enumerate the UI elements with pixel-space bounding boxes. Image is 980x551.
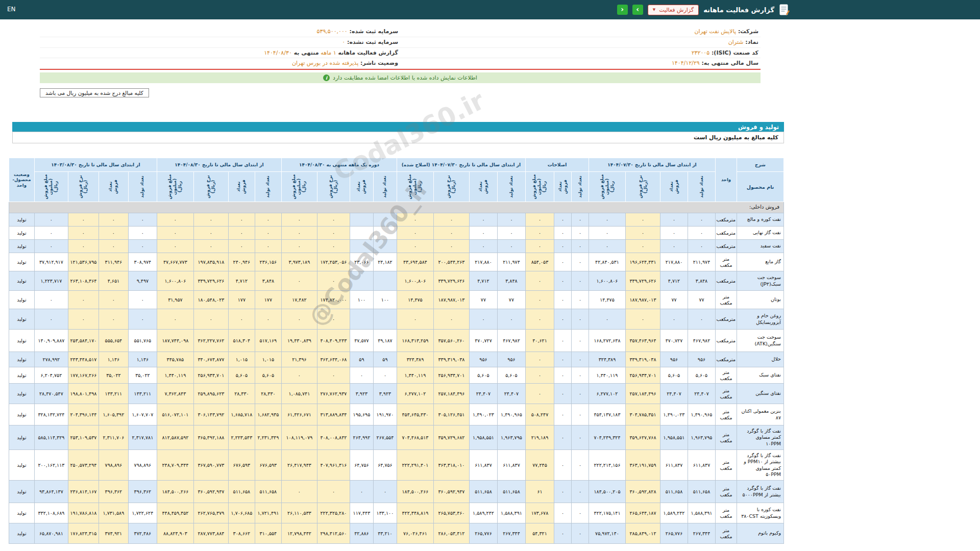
value-cell: ۰ <box>525 309 554 330</box>
value-cell: ۰ <box>554 523 572 544</box>
table-row: نفتای سبکمتر مکعب۵,۶۰۵۵,۶۰۵۲۵۶,۹۳۴,۷۰۱۱,… <box>9 367 783 384</box>
unit-cell: مترمکعب <box>716 309 737 330</box>
value-cell: ۰ <box>589 213 626 227</box>
nav-left-button[interactable]: ‹ <box>617 5 628 15</box>
value-cell: ۱,۶۰۵,۳۹۲ <box>99 404 128 425</box>
value-cell: ۶,۲۰۴,۷۵۲ <box>34 367 68 384</box>
col-subheader: تعداد تولید <box>128 172 157 202</box>
info-value: پذیرفته شده در بورس تهران <box>292 60 358 66</box>
value-cell: ۷۹۸,۸۹۶ <box>99 450 128 481</box>
table-row: نفت سفیدمترمکعب۰۰۰۰۰۰۰۰۰۰۰۰۰۰۰۰۰۰۰۰۰تولی… <box>9 240 783 253</box>
product-name-cell: نفت گاز نهایی <box>737 227 784 240</box>
value-cell: ۴۶۷,۹۸۲ <box>497 330 525 352</box>
value-cell: ۲۲۲,۳۲۵,۲۸۰ <box>317 503 350 523</box>
value-cell: ۰ <box>228 227 255 240</box>
value-cell: ۲۰۴,۳۹۶,۱۴۴ <box>68 404 99 425</box>
info-row: سرمایه ثبت نشده: ۰ <box>40 37 400 48</box>
value-cell: ۲۵۳,۱۰۹,۵۳۷ <box>68 425 99 450</box>
report-type-dropdown[interactable]: گزارش فعالیت ▼ <box>648 5 699 15</box>
value-cell: ۰ <box>68 240 99 253</box>
info-value[interactable]: شتران <box>728 39 744 45</box>
company-left-col: سرمایه ثبت شده: ۵۳۹,۵۰۰,۰۰۰سرمایه ثبت نش… <box>40 27 400 69</box>
value-cell: ۱,۴۹۰,۹۶۵ <box>497 404 525 425</box>
value-cell: ۷۷,۲۴۵ <box>525 450 554 481</box>
value-cell: ۲۲۲,۲۹۱,۴۰۱ <box>397 450 433 481</box>
unit-cell: متر مکعب <box>716 523 737 544</box>
value-cell: ۰ <box>469 240 497 253</box>
value-cell: ۱۴۳,۲۱۱ <box>128 384 157 404</box>
value-cell: ۱۱۷,۴۴۳ <box>350 503 373 523</box>
value-cell: ۳۲۸,۱۳۲,۷۲۴ <box>34 404 68 425</box>
value-cell: ۱۲۱,۵۳۶,۷۹۵ <box>68 253 99 271</box>
value-cell: ۲۵۳,۵۸۴,۱۷۰ <box>68 330 99 352</box>
value-cell: ۳,۸۴۸ <box>255 271 281 291</box>
product-name-cell: بنزین معمولی اکتان ۸۷ <box>737 404 784 425</box>
value-cell: ۲,۳۱۷,۷۸۱ <box>128 425 157 450</box>
value-cell: ۷۶,۰۲۶,۴۶۱ <box>397 523 433 544</box>
info-value: ۵۳۹,۵۰۰,۰۰۰ <box>317 28 348 35</box>
nav-right-button[interactable]: › <box>632 5 643 15</box>
info-label: منتهی به <box>292 49 321 56</box>
value-cell: ۰ <box>281 271 317 291</box>
value-cell: ۰ <box>281 240 317 253</box>
col-subheader: مبلغ فروش (میلیون ریال) <box>281 172 317 202</box>
value-cell: ۲۷۶,۷۶۲,۹۳۷ <box>317 384 350 404</box>
col-subheader: تعداد فروش <box>660 172 688 202</box>
value-cell: ۱,۰۸۵,۷۴۱ <box>281 384 317 404</box>
col-subheader: تعداد تولید <box>255 172 281 202</box>
value-cell: ۳۹۶,۳۶۲ <box>128 481 157 503</box>
value-cell: ۱۸۷,۹۸۷,۰۱۳ <box>626 291 660 309</box>
value-cell: ۰ <box>589 240 626 253</box>
value-cell: ۳,۹۷۳,۱۸۹ <box>281 253 317 271</box>
status-cell: تولید <box>9 523 34 544</box>
info-row: سرمایه ثبت شده: ۵۳۹,۵۰۰,۰۰۰ <box>40 27 400 37</box>
info-value[interactable]: پالایش نفت تهران <box>695 28 737 35</box>
value-cell: ۱,۹۶۳,۷۹۵ <box>497 425 525 450</box>
value-cell: ۳۴۵,۷۸۵ <box>157 352 193 367</box>
value-cell: ۰ <box>660 240 688 253</box>
value-cell: ۳۵۷,۵۶۰,۲۶۰ <box>433 330 469 352</box>
value-cell: ۹۵۶ <box>688 352 716 367</box>
table-row: سوخت جت سبک(JP۴)مترمکعب۳,۸۴۸۴,۷۱۲۳۳۹,۷۲۹… <box>9 271 783 291</box>
unit-cell: مترمکعب <box>716 352 737 367</box>
value-cell <box>350 240 373 253</box>
report-icon[interactable] <box>779 4 790 16</box>
signature-banner: اطلاعات نمایش داده شده با اطلاعات امضا ش… <box>40 72 761 83</box>
value-cell: ۰ <box>572 309 589 330</box>
value-cell: ۰ <box>34 227 68 240</box>
value-cell: ۲۱,۳۹۶ <box>281 352 317 367</box>
value-cell: ۳۵,۰۲۲ <box>128 367 157 384</box>
value-cell: ۱۸۴,۵۰۰,۲۰۵ <box>589 481 626 503</box>
value-cell: ۳,۹۲۳ <box>373 384 397 404</box>
value-cell: ۱,۶۰۰,۸۰۶ <box>589 271 626 291</box>
value-cell: ۰ <box>157 240 193 253</box>
value-cell: ۲۴۳,۴۴۸,۵۱۷ <box>68 352 99 367</box>
value-cell: ۰ <box>128 240 157 253</box>
value-cell: ۳۶۲,۶۴۴,۰۶۸ <box>317 352 350 367</box>
value-cell: ۱۴۳,۲۱۱ <box>99 384 128 404</box>
value-cell: ۲۶۷,۳۴۴ <box>497 523 525 544</box>
value-cell: ۰ <box>525 291 554 309</box>
value-cell: ۰ <box>433 227 469 240</box>
value-cell: ۰ <box>525 240 554 253</box>
value-cell: ۲۸۶,۰۵۳,۴۱۲ <box>433 523 469 544</box>
value-cell: ۰ <box>68 291 99 309</box>
value-cell: ۴۳,۲۱۰ <box>373 523 397 544</box>
value-cell: ۱,۶۸۲,۹۳۵ <box>255 404 281 425</box>
table-row: حلالمترمکعب۹۵۶۹۵۶۳۳۹,۳۱۹,۰۳۸۳۲۴,۳۸۹۰۰۰۹۵… <box>9 352 783 367</box>
language-toggle[interactable]: EN <box>7 6 16 13</box>
value-cell: ۷۰۴,۲۴۹,۳۲۴ <box>589 425 626 450</box>
topbar-actions: گزارش فعالیت ماهانه گزارش فعالیت ▼ › ‹ <box>617 0 790 19</box>
col-subheader: نرخ فروش (ریال) <box>68 172 99 202</box>
value-cell: ۴,۶۵۱ <box>99 271 128 291</box>
value-cell: ۵۱۱,۶۵۸ <box>228 481 255 503</box>
value-cell: ۰ <box>228 213 255 227</box>
value-cell: ۰ <box>281 213 317 227</box>
value-cell: ۰ <box>572 227 589 240</box>
unit-cell: متر مکعب <box>716 481 737 503</box>
unit-cell: متر مکعب <box>716 291 737 309</box>
value-cell: ۴۴۸,۴۵۹,۳۵۲ <box>157 503 193 523</box>
value-cell: ۱۳۳,۱۰۰ <box>373 503 397 523</box>
value-cell: ۷,۳۶۲,۸۴۳ <box>157 384 193 404</box>
status-cell: تولید <box>9 481 34 503</box>
